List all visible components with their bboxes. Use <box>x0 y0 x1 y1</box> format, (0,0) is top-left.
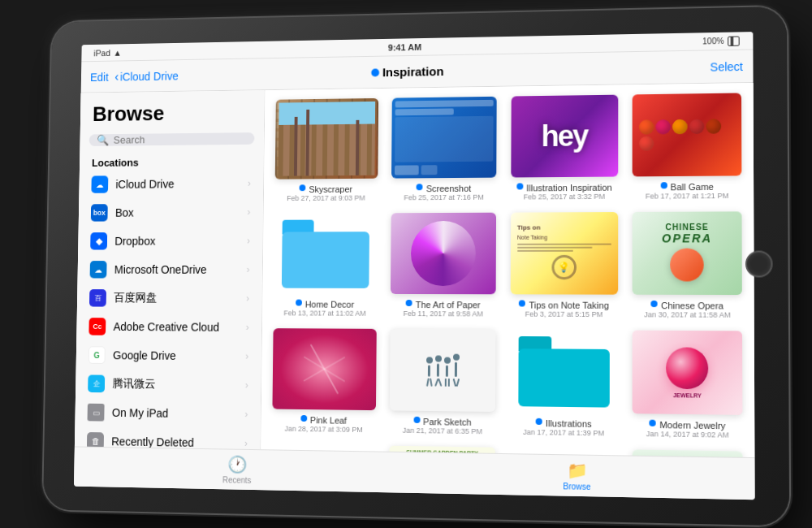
edit-button[interactable]: Edit <box>90 71 109 84</box>
file-thumb-parksketch <box>390 329 496 412</box>
folder-body <box>518 348 609 407</box>
browse-label: Browse <box>563 482 590 491</box>
file-date: Jan 30, 2017 at 11:58 AM <box>644 310 731 319</box>
file-date: Feb 27, 2017 at 9:03 PM <box>287 194 365 202</box>
file-item-home-decor[interactable]: Home Decor Feb 13, 2017 at 11:02 AM <box>272 213 379 318</box>
file-dot <box>300 415 307 422</box>
baidu-icon: 百 <box>89 289 106 306</box>
sidebar-title: Browse <box>80 90 265 132</box>
battery-label: 100% <box>702 37 724 46</box>
file-name: Tips on Note Taking <box>529 300 609 310</box>
file-label-row: Skyscraper <box>300 181 352 194</box>
file-thumb-notetaking: Tips on Note Taking 💡 <box>511 212 618 295</box>
file-date: Jan 28, 2017 at 3:09 PM <box>284 425 362 434</box>
file-item-notetaking[interactable]: Tips on Note Taking 💡 <box>509 212 620 318</box>
adobe-label: Adobe Creative Cloud <box>114 320 220 333</box>
sidebar-item-adobe[interactable]: Cc Adobe Creative Cloud › <box>76 312 261 342</box>
file-thumb-skyscraper <box>274 98 378 180</box>
chevron-icon: › <box>245 379 248 391</box>
sidebar-item-baidu[interactable]: 百 百度网盘 › <box>77 283 262 313</box>
tencent-label: 腾讯微云 <box>112 377 155 392</box>
file-dot <box>300 184 306 191</box>
file-date: Jan 21, 2017 at 6:35 PM <box>403 426 482 436</box>
illustration-content: hey <box>511 95 618 178</box>
chevron-icon: › <box>247 236 250 247</box>
file-item-illustration[interactable]: hey Illustration Inspiration Feb 25, 201… <box>509 95 620 201</box>
chevron-icon: › <box>247 206 250 218</box>
ipad-icon: ▭ <box>88 404 105 422</box>
chevron-icon: › <box>246 322 249 333</box>
chevron-icon: › <box>247 264 250 275</box>
chevron-icon: › <box>248 178 251 189</box>
search-bar[interactable]: 🔍 <box>89 132 255 146</box>
file-date: Feb 3, 2017 at 5:15 PM <box>525 310 603 319</box>
file-date: Jan 17, 2017 at 1:39 PM <box>523 428 604 438</box>
skyscraper-content <box>274 98 378 180</box>
recents-icon: 🕐 <box>227 454 247 474</box>
file-label-row: Home Decor <box>296 296 354 309</box>
sidebar-item-ipad[interactable]: ▭ On My iPad › <box>75 398 261 430</box>
tencent-icon: 企 <box>88 374 105 392</box>
status-time: 9:41 AM <box>388 41 421 52</box>
chevron-icon: › <box>246 292 249 304</box>
sidebar-item-tencent[interactable]: 企 腾讯微云 › <box>76 369 261 400</box>
file-thumb-artofpaper <box>391 213 496 295</box>
file-thumb-modern: JEWELRY <box>633 331 743 415</box>
file-item-opera[interactable]: CHINESE OPERA Chinese Opera Jan 30, 2017… <box>631 211 744 319</box>
status-right: 100% ▌ <box>702 36 740 46</box>
sidebar-item-dropbox[interactable]: ◆ Dropbox › <box>78 227 262 256</box>
opera-text: CHINESE OPERA <box>662 222 712 284</box>
title-dot-icon <box>371 68 379 76</box>
file-item-screenshot[interactable]: Screenshot Feb 25, 2017 at 7:16 PM <box>390 97 498 202</box>
sidebar-item-onedrive[interactable]: ☁ Microsoft OneDrive › <box>77 255 262 284</box>
file-area: Skyscraper Feb 27, 2017 at 9:03 PM <box>261 83 754 457</box>
file-name: The Art of Paper <box>416 300 481 309</box>
file-name: Home Decor <box>305 300 355 309</box>
folder-body <box>282 232 369 288</box>
sidebar-item-box[interactable]: box Box › <box>79 197 263 227</box>
nav-left: Edit ‹ iCloud Drive <box>90 67 244 84</box>
file-dot <box>413 417 420 423</box>
gdrive-label: Google Drive <box>113 348 176 361</box>
file-label-row: The Art of Paper <box>406 296 481 309</box>
sidebar-item-trash[interactable]: 🗑 Recently Deleted › <box>75 426 261 449</box>
jewelry-display: JEWELRY <box>666 347 708 398</box>
ball-content <box>633 93 742 176</box>
file-date: Feb 13, 2017 at 11:02 AM <box>283 309 365 317</box>
file-item-illustrations[interactable]: Illustrations Jan 17, 2017 at 1:39 PM <box>508 330 620 438</box>
file-name: Illustration Inspiration <box>526 183 612 193</box>
jewelry-label: JEWELRY <box>673 392 702 398</box>
search-input[interactable] <box>114 132 247 145</box>
back-label[interactable]: iCloud Drive <box>120 69 179 83</box>
ipad-device: iPad ▲ 9:41 AM 100% ▌ Edit ‹ iCloud Driv… <box>43 6 789 526</box>
file-name: Park Sketch <box>423 417 472 427</box>
onedrive-icon: ☁ <box>90 261 107 278</box>
sidebar-item-icloud-drive[interactable]: ☁ iCloud Drive › <box>79 169 263 199</box>
file-date: Feb 11, 2017 at 9:58 AM <box>403 309 482 318</box>
file-label-row: Park Sketch <box>413 413 472 427</box>
file-name: Skyscraper <box>309 184 352 194</box>
sketch-figure <box>435 355 442 386</box>
nav-center: Inspiration <box>371 64 443 79</box>
file-dot <box>536 418 542 425</box>
file-label-row: Illustration Inspiration <box>516 180 612 193</box>
folder-icon <box>282 219 369 288</box>
file-item-ball[interactable]: Ball Game Feb 17, 2017 at 1:21 PM <box>631 93 743 200</box>
browse-icon: 📁 <box>567 460 588 480</box>
file-item-modern[interactable]: JEWELRY Modern Jewelry Jan 14, 2017 at 9… <box>631 331 744 439</box>
tab-recents[interactable]: 🕐 Recents <box>74 452 404 487</box>
tab-browse[interactable]: 📁 Browse <box>404 457 755 495</box>
sidebar-item-gdrive[interactable]: G Google Drive › <box>76 340 261 370</box>
select-button[interactable]: Select <box>710 59 744 73</box>
file-thumb-opera: CHINESE OPERA <box>633 211 742 295</box>
file-item-parksketch[interactable]: Park Sketch Jan 21, 2017 at 6:35 PM <box>388 329 497 436</box>
file-grid: Skyscraper Feb 27, 2017 at 9:03 PM <box>270 93 745 457</box>
parksketch-content <box>390 329 496 412</box>
file-item-pinkleaf[interactable]: Pink Leaf Jan 28, 2017 at 3:09 PM <box>270 328 378 434</box>
status-left: iPad ▲ <box>93 48 122 58</box>
back-navigation[interactable]: ‹ iCloud Drive <box>114 68 179 84</box>
home-button[interactable] <box>745 251 773 278</box>
file-item-artofpaper[interactable]: The Art of Paper Feb 11, 2017 at 9:58 AM <box>389 213 498 318</box>
file-item-skyscraper[interactable]: Skyscraper Feb 27, 2017 at 9:03 PM <box>273 98 379 202</box>
chevron-icon: › <box>244 409 248 420</box>
